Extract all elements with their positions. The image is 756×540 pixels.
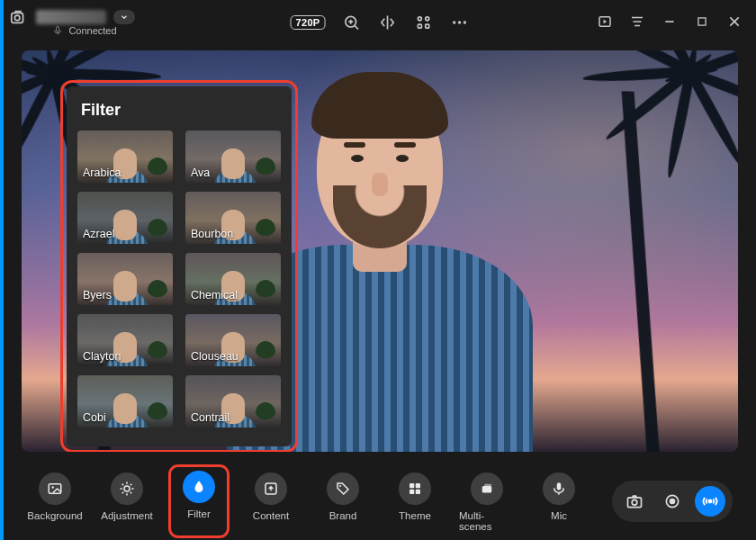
capture-controls <box>612 481 733 522</box>
image-icon <box>39 472 71 505</box>
filter-item-label: Bourbon <box>191 228 233 240</box>
filter-item-label: Arabica <box>83 166 121 179</box>
titlebar: Connected 720P <box>4 0 756 43</box>
tool-label: Multi-scenes <box>459 510 515 532</box>
svg-rect-20 <box>410 490 414 494</box>
filter-item-arabica[interactable]: Arabica <box>77 130 173 183</box>
mic-icon <box>543 472 575 505</box>
tool-label: Content <box>253 510 289 521</box>
svg-rect-21 <box>416 490 420 494</box>
filter-item-label: Ava <box>191 166 210 179</box>
mirror-icon[interactable] <box>377 13 397 32</box>
filter-item-azrael[interactable]: Azrael <box>77 192 173 244</box>
svg-rect-25 <box>628 498 642 508</box>
recordings-icon[interactable] <box>596 13 614 31</box>
tool-label: Background <box>27 510 82 521</box>
filter-item-label: Clouseau <box>191 350 238 363</box>
tool-filter[interactable]: Filter <box>171 467 227 536</box>
drop-icon <box>183 471 215 503</box>
snapshot-button[interactable] <box>619 486 650 517</box>
maximize-button[interactable] <box>693 13 711 31</box>
svg-point-17 <box>339 485 341 487</box>
tool-label: Theme <box>399 510 431 521</box>
tool-list: BackgroundAdjustmentFilterContentBrandTh… <box>27 467 587 536</box>
filter-item-byers[interactable]: Byers <box>77 253 173 305</box>
bottom-toolbar: BackgroundAdjustmentFilterContentBrandTh… <box>4 463 756 540</box>
upload-icon <box>255 472 287 505</box>
filter-panel-title: Filter <box>77 101 281 120</box>
window-controls <box>596 13 743 31</box>
more-icon[interactable] <box>449 13 469 32</box>
resolution-badge[interactable]: 720P <box>291 15 326 30</box>
svg-point-28 <box>670 500 675 504</box>
svg-point-26 <box>632 500 637 505</box>
svg-rect-0 <box>12 13 23 22</box>
zoom-in-icon[interactable] <box>341 13 361 32</box>
svg-rect-22 <box>482 486 492 493</box>
tool-label: Filter <box>187 508 211 519</box>
filter-item-chemical[interactable]: Chemical <box>185 253 281 305</box>
svg-rect-19 <box>416 483 420 488</box>
svg-point-14 <box>52 486 54 488</box>
tool-mic[interactable]: Mic <box>531 467 587 536</box>
account-dropdown[interactable] <box>113 10 135 24</box>
connection-status: Connected <box>52 25 116 36</box>
filter-item-label: Clayton <box>83 350 121 363</box>
filter-item-clouseau[interactable]: Clouseau <box>185 314 281 366</box>
layers-icon <box>471 472 503 505</box>
tool-label: Adjustment <box>101 510 153 521</box>
record-button[interactable] <box>657 486 688 517</box>
svg-rect-2 <box>57 27 59 32</box>
svg-rect-7 <box>426 24 429 28</box>
tool-theme[interactable]: Theme <box>387 467 443 536</box>
svg-point-15 <box>124 486 130 491</box>
svg-point-29 <box>709 500 712 503</box>
filter-item-ava[interactable]: Ava <box>185 130 281 183</box>
filter-item-contrail[interactable]: Contrail <box>185 375 281 428</box>
svg-point-4 <box>418 17 421 21</box>
tool-multi-scenes[interactable]: Multi-scenes <box>459 467 515 536</box>
titlebar-center-controls: 720P <box>291 13 470 32</box>
tool-background[interactable]: Background <box>27 467 83 536</box>
filter-item-bourbon[interactable]: Bourbon <box>185 192 281 244</box>
filter-panel: Filter ArabicaAvaAzraelBourbonByersChemi… <box>67 86 292 446</box>
tool-brand[interactable]: Brand <box>315 467 371 536</box>
svg-rect-24 <box>557 482 562 490</box>
tool-label: Brand <box>329 510 357 521</box>
svg-point-9 <box>458 21 461 23</box>
svg-point-5 <box>426 17 429 21</box>
svg-rect-13 <box>49 484 61 494</box>
tag-icon <box>327 472 359 505</box>
filter-item-label: Chemical <box>191 289 238 302</box>
svg-point-1 <box>14 15 20 21</box>
tool-adjustment[interactable]: Adjustment <box>99 467 155 536</box>
svg-rect-6 <box>418 24 421 28</box>
sun-icon <box>111 472 143 505</box>
camera-source-icon[interactable] <box>9 7 29 27</box>
filter-grid: ArabicaAvaAzraelBourbonByersChemicalClay… <box>77 130 281 428</box>
connection-status-label: Connected <box>68 25 116 36</box>
grid-icon <box>399 472 431 505</box>
svg-point-8 <box>453 21 455 23</box>
filter-item-label: Cobi <box>83 411 106 424</box>
filter-item-label: Azrael <box>83 228 114 240</box>
menu-icon[interactable] <box>628 13 646 31</box>
svg-rect-23 <box>484 484 491 486</box>
svg-rect-12 <box>698 18 706 25</box>
filter-item-cobi[interactable]: Cobi <box>77 375 173 428</box>
video-preview: Filter ArabicaAvaAzraelBourbonByersChemi… <box>22 50 738 452</box>
mic-mini-icon <box>52 25 63 36</box>
svg-point-10 <box>464 21 466 23</box>
account-name-redacted <box>36 10 106 24</box>
layout-grid-icon[interactable] <box>413 13 433 32</box>
filter-item-label: Contrail <box>191 411 230 424</box>
minimize-button[interactable] <box>661 13 679 31</box>
filter-item-label: Byers <box>83 289 112 302</box>
titlebar-left: Connected <box>9 7 135 36</box>
tool-content[interactable]: Content <box>243 467 299 536</box>
svg-rect-18 <box>410 483 414 488</box>
tool-label: Mic <box>551 510 567 521</box>
filter-item-clayton[interactable]: Clayton <box>77 314 173 366</box>
close-button[interactable] <box>725 13 743 31</box>
broadcast-button[interactable] <box>695 486 725 517</box>
